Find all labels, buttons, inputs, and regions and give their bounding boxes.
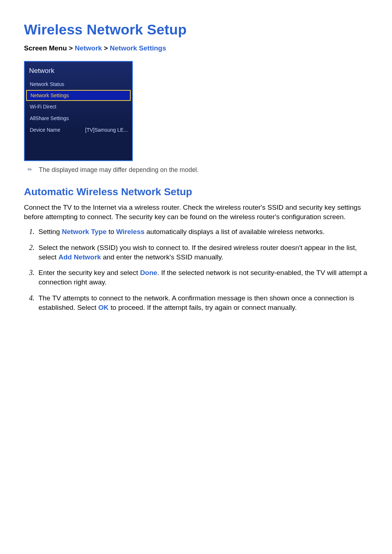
note-text: The displayed image may differ depending… bbox=[39, 166, 199, 174]
step-1: Setting Network Type to Wireless automat… bbox=[36, 227, 368, 237]
menu-item-label: Wi-Fi Direct bbox=[30, 104, 56, 110]
breadcrumb-sep-2: > bbox=[104, 44, 108, 52]
breadcrumb-prefix: Screen Menu bbox=[24, 44, 67, 52]
breadcrumb-network-settings: Network Settings bbox=[110, 44, 166, 52]
highlight-add-network: Add Network bbox=[58, 253, 101, 261]
tv-menu-item-wifi-direct: Wi-Fi Direct bbox=[25, 101, 132, 112]
text: to bbox=[107, 228, 116, 235]
page-title: Wireless Network Setup bbox=[24, 22, 368, 38]
highlight-ok: OK bbox=[98, 304, 109, 311]
text: automatically displays a list of availab… bbox=[144, 228, 324, 235]
tv-menu-item-network-settings: Network Settings bbox=[26, 90, 131, 101]
menu-item-label: AllShare Settings bbox=[30, 115, 69, 121]
highlight-network-type: Network Type bbox=[62, 228, 106, 235]
step-4: The TV attempts to connect to the networ… bbox=[36, 293, 368, 312]
tv-menu-screenshot: Network Network Status Network Settings … bbox=[24, 61, 133, 161]
text: and enter the network's SSID manually. bbox=[101, 253, 223, 261]
tv-menu-item-network-status: Network Status bbox=[25, 78, 132, 90]
intro-paragraph: Connect the TV to the Internet via a wir… bbox=[24, 203, 368, 222]
breadcrumb-sep-1: > bbox=[69, 44, 73, 52]
steps-list: Setting Network Type to Wireless automat… bbox=[24, 227, 368, 312]
highlight-wireless: Wireless bbox=[116, 228, 144, 235]
menu-item-label: Network Settings bbox=[30, 93, 69, 98]
menu-item-label: Network Status bbox=[30, 81, 64, 87]
breadcrumb-network: Network bbox=[75, 44, 102, 52]
text: to proceed. If the attempt fails, try ag… bbox=[109, 304, 297, 311]
text: Setting bbox=[38, 228, 62, 235]
step-2: Select the network (SSID) you wish to co… bbox=[36, 243, 368, 262]
tv-menu-item-allshare-settings: AllShare Settings bbox=[25, 112, 132, 124]
pencil-icon: ✎ bbox=[26, 165, 34, 174]
text: Enter the security key and select bbox=[38, 269, 140, 276]
tv-menu-item-device-name: Device Name [TV]Samsung LE... bbox=[25, 124, 132, 136]
document-page: Wireless Network Setup Screen Menu > Net… bbox=[0, 0, 392, 554]
tv-menu-title: Network bbox=[25, 62, 132, 78]
note: ✎ The displayed image may differ dependi… bbox=[28, 166, 368, 174]
highlight-done: Done bbox=[140, 269, 158, 276]
step-3: Enter the security key and select Done. … bbox=[36, 268, 368, 287]
section-title: Automatic Wireless Network Setup bbox=[24, 186, 368, 198]
menu-item-value: [TV]Samsung LE... bbox=[85, 127, 128, 133]
breadcrumb: Screen Menu > Network > Network Settings bbox=[24, 44, 368, 52]
menu-item-label: Device Name bbox=[30, 127, 60, 133]
